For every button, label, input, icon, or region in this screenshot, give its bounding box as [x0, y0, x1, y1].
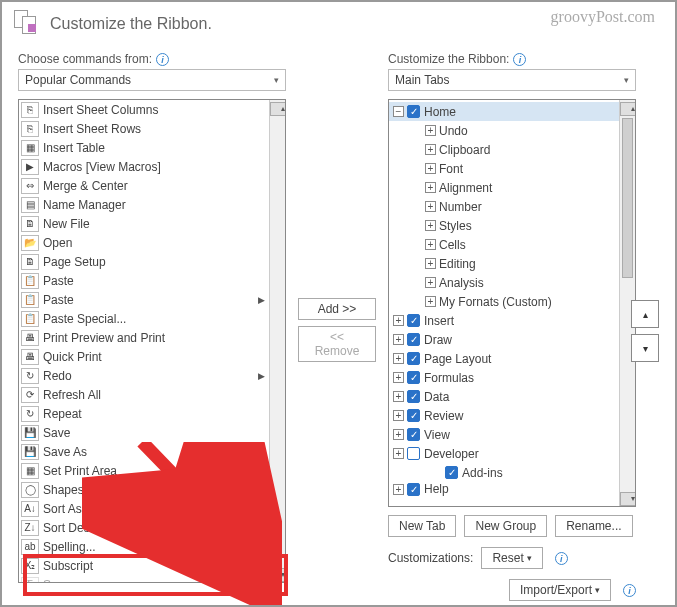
command-item[interactable]: 📋Paste▶: [19, 290, 269, 309]
expand-icon[interactable]: [393, 372, 404, 383]
ribbon-tree[interactable]: HomeUndoClipboardFontAlignmentNumberStyl…: [388, 99, 636, 507]
scroll-thumb[interactable]: [622, 118, 633, 278]
add-button[interactable]: Add >>: [298, 298, 376, 320]
tree-node[interactable]: Analysis: [389, 273, 619, 292]
tab-checkbox[interactable]: [407, 352, 420, 365]
expand-icon[interactable]: [393, 410, 404, 421]
tab-checkbox[interactable]: [407, 105, 420, 118]
expand-icon[interactable]: [425, 277, 436, 288]
expand-icon[interactable]: [425, 201, 436, 212]
commands-listbox[interactable]: ⎘Insert Sheet Columns⎘Insert Sheet Rows▦…: [18, 99, 286, 583]
tree-node[interactable]: Alignment: [389, 178, 619, 197]
expand-icon[interactable]: [425, 296, 436, 307]
expand-icon[interactable]: [393, 391, 404, 402]
command-item[interactable]: 🗎New File: [19, 214, 269, 233]
expand-icon[interactable]: [393, 353, 404, 364]
tab-checkbox[interactable]: [445, 466, 458, 479]
tab-checkbox[interactable]: [407, 483, 420, 496]
tree-node[interactable]: Help: [389, 482, 619, 496]
import-export-button[interactable]: Import/Export ▾: [509, 579, 611, 601]
command-item[interactable]: 📂Open: [19, 233, 269, 252]
tab-checkbox[interactable]: [407, 409, 420, 422]
command-item[interactable]: ↻Redo▶: [19, 366, 269, 385]
tree-node[interactable]: Page Layout: [389, 349, 619, 368]
help-icon[interactable]: i: [623, 584, 636, 597]
expand-icon[interactable]: [425, 163, 436, 174]
help-icon[interactable]: i: [513, 53, 526, 66]
expand-icon[interactable]: [425, 258, 436, 269]
command-item[interactable]: 📋Paste Special...: [19, 309, 269, 328]
expand-icon[interactable]: [393, 315, 404, 326]
tree-node[interactable]: Cells: [389, 235, 619, 254]
tree-node[interactable]: Clipboard: [389, 140, 619, 159]
command-item[interactable]: ▤Name Manager: [19, 195, 269, 214]
expand-icon[interactable]: [393, 448, 404, 459]
reset-button[interactable]: Reset ▾: [481, 547, 542, 569]
rename-button[interactable]: Rename...: [555, 515, 632, 537]
help-icon[interactable]: i: [156, 53, 169, 66]
collapse-icon[interactable]: [393, 106, 404, 117]
expand-icon[interactable]: [393, 429, 404, 440]
scroll-up-icon[interactable]: ▴: [620, 102, 636, 116]
command-item[interactable]: 🖶Quick Print: [19, 347, 269, 366]
scroll-down-icon[interactable]: ▾: [270, 568, 286, 582]
command-item[interactable]: 🖶Print Preview and Print: [19, 328, 269, 347]
scroll-down-icon[interactable]: ▾: [620, 492, 636, 506]
tree-node[interactable]: Editing: [389, 254, 619, 273]
tab-checkbox[interactable]: [407, 447, 420, 460]
tree-node[interactable]: My Fornats (Custom): [389, 292, 619, 311]
tab-checkbox[interactable]: [407, 333, 420, 346]
command-item[interactable]: ▦Set Print Area: [19, 461, 269, 480]
command-item[interactable]: 📋Paste: [19, 271, 269, 290]
tab-checkbox[interactable]: [407, 428, 420, 441]
tree-node[interactable]: Insert: [389, 311, 619, 330]
command-item[interactable]: ▦Insert Table: [19, 138, 269, 157]
tree-node[interactable]: Styles: [389, 216, 619, 235]
tree-node[interactable]: Formulas: [389, 368, 619, 387]
expand-icon[interactable]: [425, 182, 436, 193]
help-icon[interactable]: i: [555, 552, 568, 565]
tree-node[interactable]: Home: [389, 102, 619, 121]
expand-icon[interactable]: [425, 144, 436, 155]
command-item[interactable]: 💾Save As: [19, 442, 269, 461]
ribbon-tabs-dropdown[interactable]: Main Tabs ▾: [388, 69, 636, 91]
command-item[interactable]: ↻Repeat: [19, 404, 269, 423]
tree-node[interactable]: Developer: [389, 444, 619, 463]
move-up-button[interactable]: ▴: [631, 300, 659, 328]
command-item[interactable]: ◯Shapes▶: [19, 480, 269, 499]
command-item[interactable]: 💾Save: [19, 423, 269, 442]
command-item[interactable]: abSpelling...: [19, 537, 269, 556]
move-down-button[interactable]: ▾: [631, 334, 659, 362]
tree-node[interactable]: Font: [389, 159, 619, 178]
tree-node[interactable]: Draw: [389, 330, 619, 349]
tree-node[interactable]: Undo: [389, 121, 619, 140]
new-group-button[interactable]: New Group: [464, 515, 547, 537]
tab-checkbox[interactable]: [407, 390, 420, 403]
command-item[interactable]: Z↓Sort Descending: [19, 518, 269, 537]
command-item[interactable]: ΣSum: [19, 575, 269, 583]
expand-icon[interactable]: [425, 239, 436, 250]
tree-node[interactable]: Number: [389, 197, 619, 216]
tab-checkbox[interactable]: [407, 371, 420, 384]
command-item[interactable]: X₂Subscript: [19, 556, 269, 575]
tab-checkbox[interactable]: [407, 314, 420, 327]
command-item[interactable]: ⎘Insert Sheet Rows: [19, 119, 269, 138]
tree-node[interactable]: View: [389, 425, 619, 444]
expand-icon[interactable]: [393, 334, 404, 345]
scroll-up-icon[interactable]: ▴: [270, 102, 286, 116]
command-item[interactable]: ⟳Refresh All: [19, 385, 269, 404]
command-item[interactable]: ⇔Merge & Center: [19, 176, 269, 195]
commands-from-dropdown[interactable]: Popular Commands ▾: [18, 69, 286, 91]
tree-node[interactable]: Data: [389, 387, 619, 406]
commands-scrollbar[interactable]: ▴ ▾: [269, 100, 285, 582]
tree-node[interactable]: Review: [389, 406, 619, 425]
new-tab-button[interactable]: New Tab: [388, 515, 456, 537]
command-item[interactable]: 🗎Page Setup: [19, 252, 269, 271]
command-item[interactable]: ⎘Insert Sheet Columns: [19, 100, 269, 119]
expand-icon[interactable]: [393, 484, 404, 495]
command-item[interactable]: A↓Sort Ascending: [19, 499, 269, 518]
expand-icon[interactable]: [425, 220, 436, 231]
tree-node[interactable]: Add-ins: [389, 463, 619, 482]
command-item[interactable]: ▶Macros [View Macros]: [19, 157, 269, 176]
expand-icon[interactable]: [425, 125, 436, 136]
